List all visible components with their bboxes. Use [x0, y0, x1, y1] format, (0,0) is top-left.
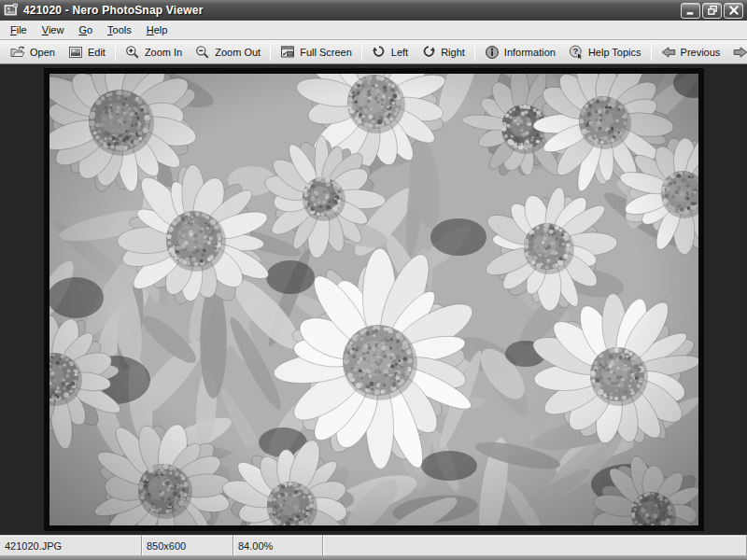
close-button[interactable]	[724, 3, 743, 19]
toolbar-button-label: Left	[391, 47, 408, 58]
status-panel-filename: 421020.JPG	[0, 536, 142, 555]
app-window: 421020 - Nero PhotoSnap Viewer FileViewG…	[0, 0, 747, 560]
zoom-in-icon	[125, 45, 140, 60]
status-text: 421020.JPG	[5, 540, 62, 552]
toolbar-button-label: Information	[504, 47, 556, 58]
zoom-in-button[interactable]: Zoom In	[119, 43, 189, 62]
toolbar-separator	[270, 44, 271, 61]
toolbar-separator	[115, 44, 116, 61]
window-title: 421020 - Nero PhotoSnap Viewer	[23, 4, 676, 17]
rotate-left-icon	[372, 45, 387, 60]
title-bar[interactable]: 421020 - Nero PhotoSnap Viewer	[0, 0, 747, 21]
minimize-button[interactable]	[681, 3, 700, 19]
full-screen-button[interactable]: Full Screen	[274, 43, 359, 62]
photo-svg	[49, 74, 698, 525]
arrow-left-icon	[661, 45, 676, 60]
zoom-out-icon	[195, 45, 210, 60]
toolbar-button-label: Help Topics	[588, 47, 641, 58]
menu-file[interactable]: File	[3, 21, 35, 38]
toolbar-button-label: Full Screen	[300, 47, 352, 58]
toolbar-button-label: Open	[30, 47, 55, 58]
toolbar-separator	[474, 44, 475, 61]
menu-bar: FileViewGoToolsHelp	[0, 21, 747, 40]
status-bar: 421020.JPG850x60084.00%	[0, 535, 747, 555]
app-icon	[4, 3, 19, 18]
arrow-right-icon	[733, 45, 747, 60]
open-button[interactable]: Open	[4, 43, 62, 62]
photo-frame	[44, 68, 704, 531]
close-icon	[727, 4, 740, 17]
next-button[interactable]: Next	[726, 43, 747, 62]
toolbar-button-label: Zoom In	[145, 47, 182, 58]
toolbar-button-label: Previous	[681, 47, 721, 58]
status-text: 84.00%	[238, 540, 273, 552]
toolbar-separator	[361, 44, 362, 61]
toolbar-button-label: Edit	[88, 47, 106, 58]
menu-tools[interactable]: Tools	[100, 21, 139, 38]
information-button[interactable]: Information	[478, 43, 562, 62]
status-panel-spare	[323, 536, 747, 555]
edit-image-icon	[68, 45, 83, 60]
open-folder-icon	[10, 45, 25, 60]
information-icon	[485, 45, 500, 60]
status-panel-dimensions: 850x600	[142, 536, 233, 555]
menu-view[interactable]: View	[35, 21, 72, 38]
menu-go[interactable]: Go	[71, 21, 100, 38]
toolbar-separator	[651, 44, 652, 61]
toolbar-button-label: Zoom Out	[215, 47, 261, 58]
menu-help[interactable]: Help	[139, 21, 176, 38]
restore-icon	[706, 4, 719, 17]
restore-button[interactable]	[702, 3, 722, 19]
minimize-icon	[684, 4, 698, 17]
image-viewport	[0, 64, 747, 535]
status-text: 850x600	[147, 540, 186, 552]
full-screen-icon	[280, 45, 295, 60]
edit-button[interactable]: Edit	[62, 43, 112, 62]
app-icon	[4, 3, 19, 18]
rotate-right-icon	[421, 45, 436, 60]
help-icon: ?	[569, 45, 584, 60]
left-button[interactable]: Left	[365, 43, 415, 62]
zoom-out-button[interactable]: Zoom Out	[189, 43, 267, 62]
window-bottom-edge	[0, 555, 747, 560]
toolbar: OpenEditZoom InZoom OutFull ScreenLeftRi…	[0, 40, 747, 64]
status-panel-zoom-level: 84.00%	[233, 536, 323, 555]
window-controls	[681, 3, 743, 19]
toolbar-button-label: Right	[441, 47, 465, 58]
right-button[interactable]: Right	[415, 43, 472, 62]
previous-button[interactable]: Previous	[655, 43, 727, 62]
help-topics-button[interactable]: ?Help Topics	[562, 43, 648, 62]
